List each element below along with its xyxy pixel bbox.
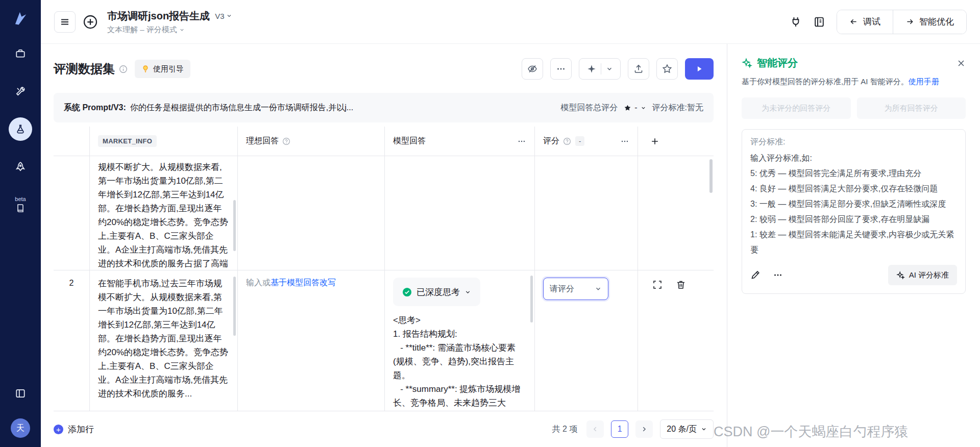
rocket-icon xyxy=(15,161,26,172)
panel-description: 基于你对模型回答的评分标准,用于 AI 智能评分。使用手册 xyxy=(742,76,966,87)
prompt-label: 系统 Prompt/V3: xyxy=(64,103,126,113)
pagination: 共 2 项 1 20 条/页 xyxy=(552,419,714,439)
cell-scrollbar[interactable] xyxy=(530,276,533,322)
upload-button[interactable] xyxy=(628,58,649,80)
next-page-button[interactable] xyxy=(635,420,653,438)
optimize-button[interactable]: 智能优化 xyxy=(893,10,966,34)
page-size-select[interactable]: 20 条/页 xyxy=(660,419,714,439)
total-score-label: 模型回答总评分 xyxy=(560,103,618,113)
model-answer-text: <思考> 1. 报告结构规划: - **title**: 需涵盖市场核心要素(规… xyxy=(393,313,526,410)
current-page-button[interactable]: 1 xyxy=(611,420,628,438)
column-menu-icon[interactable] xyxy=(620,137,629,146)
plus-icon xyxy=(650,137,659,146)
star-icon xyxy=(662,64,672,74)
ai-generate-split-button[interactable] xyxy=(579,58,621,80)
app-root: beta 天 市场调研json报告生成 V3 xyxy=(0,0,980,447)
column-header-score[interactable]: 评分 - xyxy=(535,127,638,156)
panel-icon xyxy=(15,388,26,399)
sidebar-bottom: 天 xyxy=(9,382,32,447)
system-prompt-bar[interactable]: 系统 Prompt/V3: 你的任务是根据提供的市场信息生成一份市场调研报告,并… xyxy=(54,93,714,122)
ellipsis-icon xyxy=(556,64,566,74)
run-button[interactable] xyxy=(685,58,714,80)
sidebar-item-evaluation[interactable] xyxy=(9,117,32,141)
score-unscored-button[interactable]: 为未评分的回答评分 xyxy=(742,97,851,119)
info-icon[interactable] xyxy=(119,65,128,73)
user-avatar[interactable]: 天 xyxy=(11,418,30,438)
ai-criteria-button[interactable]: AI 评分标准 xyxy=(888,265,957,285)
score-select[interactable]: 请评分 xyxy=(543,278,608,300)
ideal-answer-cell[interactable]: 输入或基于模型回答改写 xyxy=(238,270,385,411)
row-number-header xyxy=(54,127,90,156)
criteria-placeholder-text: 输入评分标准,如: 5: 优秀 — 模型回答完全满足所有要求,理由充分 4: 良… xyxy=(750,151,957,258)
table-header-row: MARKET_INFO 理想回答 模型回答 评分 xyxy=(54,127,714,156)
sidebar-item-docs[interactable] xyxy=(9,382,32,405)
manual-link[interactable]: 使用手册 xyxy=(909,77,939,86)
criteria-more-button[interactable] xyxy=(773,270,783,280)
sidebar-item-tools[interactable] xyxy=(9,80,32,103)
column-header-ideal[interactable]: 理想回答 xyxy=(238,127,385,156)
ai-sparkle-icon xyxy=(896,271,905,280)
edit-criteria-button[interactable] xyxy=(750,270,761,280)
version-dropdown[interactable]: V3 xyxy=(215,12,232,20)
criteria-box-footer: AI 评分标准 xyxy=(750,265,957,285)
rewrite-from-model-link[interactable]: 基于模型回答改写 xyxy=(271,278,336,287)
notebook-button[interactable] xyxy=(813,16,825,28)
add-column-button[interactable] xyxy=(638,127,714,156)
chevron-down-icon xyxy=(595,285,602,292)
table-row: 规模不断扩大。从规模数据来看,第一年市场出货量为10亿部,第二年增长到12亿部,… xyxy=(54,156,714,270)
chevron-down-icon xyxy=(226,13,232,19)
model-answer-cell[interactable] xyxy=(385,156,535,270)
criteria-box[interactable]: 评分标准: 输入评分标准,如: 5: 优秀 — 模型回答完全满足所有要求,理由充… xyxy=(742,129,966,294)
score-average-chip: - xyxy=(575,136,584,146)
page-head: 评测数据集 使用引导 xyxy=(54,57,714,81)
column-header-market-info[interactable]: MARKET_INFO xyxy=(90,127,238,156)
market-info-cell[interactable]: 在智能手机市场,过去三年市场规模不断扩大。从规模数据来看,第一年市场出货量为10… xyxy=(90,270,238,411)
cell-scrollbar[interactable] xyxy=(233,200,236,251)
mode-dropdown[interactable]: 文本理解 – 评分模式 xyxy=(107,25,232,35)
sparkle-icon xyxy=(587,64,596,73)
chevron-down-icon xyxy=(701,426,707,432)
panel-buttons: 为未评分的回答评分 为所有回答评分 xyxy=(742,97,966,119)
column-header-model[interactable]: 模型回答 xyxy=(385,127,535,156)
criteria-status: 评分标准:暂无 xyxy=(652,103,703,113)
deep-think-toggle[interactable]: 已深度思考 xyxy=(393,278,480,306)
question-icon xyxy=(282,137,290,145)
debug-button[interactable]: 调试 xyxy=(837,10,893,34)
sidebar-item-workspace[interactable] xyxy=(9,42,32,65)
api-button[interactable] xyxy=(790,16,802,28)
app-logo-icon[interactable] xyxy=(10,8,31,29)
score-cell[interactable] xyxy=(535,156,638,270)
close-panel-button[interactable] xyxy=(957,59,966,68)
sidebar-nav: beta xyxy=(9,42,32,216)
score-all-button[interactable]: 为所有回答评分 xyxy=(857,97,966,119)
page-title: 市场调研json报告生成 xyxy=(107,9,210,23)
column-menu-icon[interactable] xyxy=(517,137,526,146)
dataset-toolbar xyxy=(522,58,714,80)
row-number-cell: 2 xyxy=(54,270,90,411)
sidebar: beta 天 xyxy=(0,0,41,447)
chevron-right-icon xyxy=(641,426,648,433)
arrow-right-icon xyxy=(905,17,914,26)
delete-row-button[interactable] xyxy=(676,280,686,411)
main-content: 评测数据集 使用引导 xyxy=(41,44,727,447)
menu-button[interactable] xyxy=(54,11,76,33)
add-row-button[interactable]: + 添加行 xyxy=(54,424,94,435)
sidebar-item-launch[interactable] xyxy=(9,155,32,179)
favorite-button[interactable] xyxy=(656,58,678,80)
more-actions-button[interactable] xyxy=(550,58,572,80)
tools-icon xyxy=(15,86,26,97)
total-score-dropdown[interactable]: - xyxy=(624,103,646,112)
cell-scrollbar[interactable] xyxy=(233,277,236,336)
model-answer-cell[interactable]: 已深度思考 <思考> 1. 报告结构规划: - **title**: 需涵盖市场… xyxy=(385,270,535,411)
sidebar-item-beta[interactable]: beta xyxy=(9,193,32,216)
market-info-cell[interactable]: 规模不断扩大。从规模数据来看,第一年市场出货量为10亿部,第二年增长到12亿部,… xyxy=(90,156,238,270)
ideal-answer-cell[interactable] xyxy=(238,156,385,270)
new-version-button[interactable] xyxy=(83,14,98,30)
panel-header: 智能评分 xyxy=(742,56,966,70)
prev-page-button[interactable] xyxy=(586,420,604,438)
hide-columns-button[interactable] xyxy=(522,58,543,80)
trash-icon xyxy=(676,280,686,290)
expand-row-button[interactable] xyxy=(652,280,663,411)
usage-guide-badge[interactable]: 使用引导 xyxy=(135,60,190,78)
table-scrollbar[interactable] xyxy=(709,159,713,193)
